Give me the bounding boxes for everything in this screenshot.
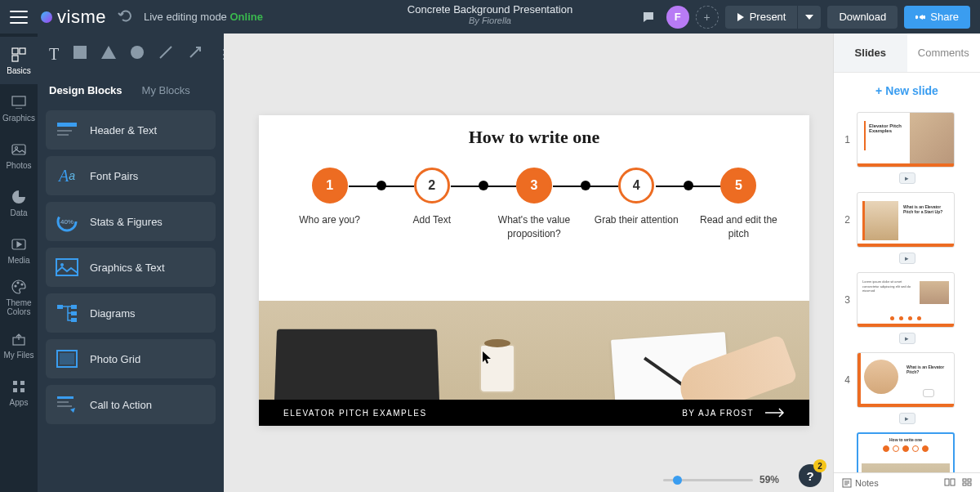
svg-rect-25	[71, 305, 77, 309]
apps-icon	[11, 378, 27, 395]
present-dropdown[interactable]	[798, 6, 821, 29]
slide-thumb-4[interactable]: What is an Elevator Pitch?	[857, 352, 955, 408]
svg-rect-38	[963, 483, 966, 485]
plus-icon: +	[875, 84, 882, 97]
new-slide-button[interactable]: +New slide	[834, 73, 980, 109]
top-bar: visme Live editing mode Online Concrete …	[0, 0, 980, 34]
svg-rect-31	[57, 401, 69, 403]
animation-badge[interactable]: ▸	[899, 413, 915, 424]
step-4[interactable]: 4 Grab their attention	[586, 168, 688, 227]
tab-design-blocks[interactable]: Design Blocks	[49, 84, 122, 96]
document-title: Concrete Background Presentation	[408, 3, 572, 16]
svg-rect-17	[57, 123, 77, 127]
block-diagrams[interactable]: Diagrams	[46, 293, 216, 333]
play-icon	[737, 13, 745, 21]
arrow-tool[interactable]	[188, 45, 203, 63]
logo-dot-icon	[41, 11, 52, 23]
block-stats-figures[interactable]: 40% Stats & Figures	[46, 202, 216, 241]
svg-point-5	[16, 146, 18, 149]
svg-rect-32	[57, 405, 72, 407]
rail-data[interactable]: Data	[0, 179, 38, 226]
block-call-to-action[interactable]: Call to Action	[46, 385, 216, 424]
view-grid-icon[interactable]	[962, 478, 972, 488]
block-font-pairs[interactable]: Aa Font Pairs	[46, 156, 216, 195]
triangle-tool[interactable]	[101, 46, 116, 62]
basics-icon	[11, 47, 27, 63]
rail-graphics[interactable]: Graphics	[0, 84, 38, 132]
slide-title[interactable]: How to write one	[259, 127, 809, 148]
online-status: Online	[229, 11, 262, 23]
font-pairs-icon: Aa	[54, 163, 80, 188]
step-1-circle: 1	[312, 168, 348, 204]
rail-my-files[interactable]: My Files	[0, 321, 38, 369]
rail-apps[interactable]: Apps	[0, 369, 38, 416]
undo-icon[interactable]	[118, 9, 132, 25]
svg-rect-12	[20, 381, 24, 385]
tab-comments[interactable]: Comments	[907, 34, 981, 72]
photos-icon	[11, 141, 27, 158]
graphics-text-icon	[54, 255, 80, 280]
step-2[interactable]: 2 Add Text	[381, 168, 483, 227]
block-graphics-text[interactable]: Graphics & Text	[46, 248, 216, 287]
download-button[interactable]: Download	[827, 6, 898, 29]
notes-toggle[interactable]: Notes	[842, 478, 879, 488]
brand-logo[interactable]: visme	[41, 7, 106, 28]
svg-rect-4	[12, 145, 25, 154]
svg-rect-2	[12, 56, 18, 61]
step-5-circle: 5	[720, 168, 756, 204]
animation-badge[interactable]: ▸	[899, 333, 915, 344]
canvas-area[interactable]: How to write one 1 Who are you? 2 Add Te…	[224, 34, 833, 492]
step-5-label: Read and edit the pitch	[693, 213, 783, 241]
share-button[interactable]: Share	[904, 6, 970, 29]
svg-point-8	[17, 282, 19, 284]
user-avatar[interactable]: F	[666, 6, 689, 29]
svg-rect-15	[74, 46, 87, 59]
help-button[interactable]: ? 2	[799, 464, 822, 487]
block-header-text[interactable]: Header & Text	[46, 110, 216, 150]
data-icon	[11, 189, 27, 205]
block-photo-grid[interactable]: Photo Grid	[46, 339, 216, 378]
rail-photos[interactable]: Photos	[0, 132, 38, 179]
tab-slides[interactable]: Slides	[834, 34, 907, 72]
svg-rect-39	[968, 483, 971, 485]
step-4-circle: 4	[618, 168, 654, 204]
svg-rect-3	[12, 96, 25, 105]
svg-rect-14	[20, 388, 24, 392]
help-badge: 2	[813, 459, 826, 472]
tab-my-blocks[interactable]: My Blocks	[142, 84, 190, 96]
comment-icon[interactable]	[637, 6, 660, 29]
rail-basics[interactable]: Basics	[0, 37, 38, 84]
svg-rect-27	[71, 318, 77, 322]
menu-icon[interactable]	[10, 11, 28, 24]
slide-thumb-2[interactable]: What is an Elevator Pitch for a Start Up…	[857, 192, 955, 248]
rail-theme-colors[interactable]: Theme Colors	[0, 274, 38, 321]
add-user-button[interactable]: +	[696, 6, 719, 29]
zoom-percent: 59%	[760, 474, 779, 485]
square-tool[interactable]	[74, 46, 87, 62]
rail-media[interactable]: Media	[0, 226, 38, 274]
line-tool[interactable]	[158, 45, 173, 63]
step-5[interactable]: 5 Read and edit the pitch	[688, 168, 790, 241]
editing-mode-label: Live editing mode Online	[144, 11, 263, 23]
cursor-icon	[483, 351, 492, 365]
view-single-icon[interactable]	[944, 478, 956, 488]
photo-grid-icon	[54, 347, 80, 371]
slide-thumb-3[interactable]: Lorem ipsum dolor sit amet consectetur a…	[857, 272, 955, 328]
text-tool[interactable]: T	[49, 45, 59, 64]
circle-tool[interactable]	[131, 46, 144, 62]
slide-thumb-1[interactable]: Elevator Pitch Examples	[857, 112, 955, 168]
zoom-slider[interactable]	[663, 479, 753, 481]
present-button[interactable]: Present	[725, 6, 798, 29]
slide-canvas[interactable]: How to write one 1 Who are you? 2 Add Te…	[259, 115, 809, 426]
design-blocks-panel: T ⋮ Design Blocks My Blocks Header & Tex…	[38, 34, 224, 492]
thumb-number: 4	[842, 374, 850, 386]
steps-row: 1 Who are you? 2 Add Text 3 What's the v…	[259, 168, 809, 241]
step-1-label: Who are you?	[299, 213, 360, 227]
animation-badge[interactable]: ▸	[899, 172, 915, 184]
cta-icon	[54, 392, 80, 417]
step-3[interactable]: 3 What's the value proposition?	[483, 168, 585, 241]
step-3-circle: 3	[516, 168, 552, 204]
step-1[interactable]: 1 Who are you?	[278, 168, 381, 227]
slide-footer[interactable]: ELEVATOR PITCH EXAMPLES BY AJA FROST	[259, 400, 809, 426]
animation-badge[interactable]: ▸	[899, 253, 915, 264]
